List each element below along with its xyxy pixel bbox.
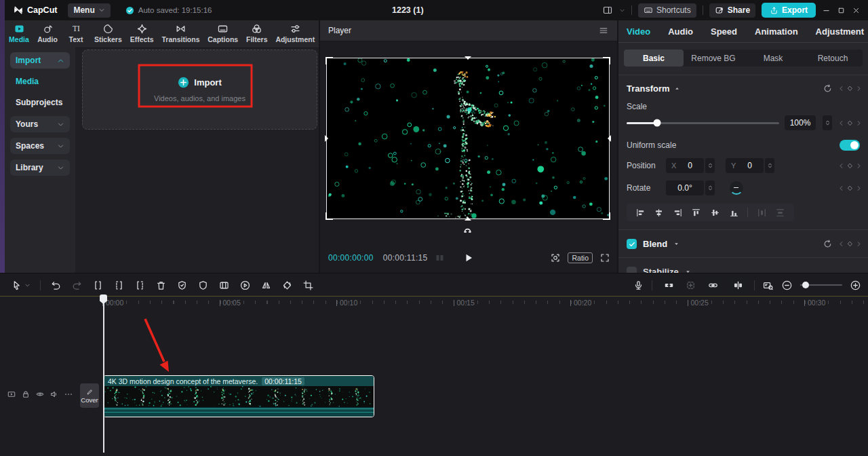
reset-icon[interactable] xyxy=(823,239,833,249)
tab-animation[interactable]: Animation xyxy=(755,26,798,37)
align-top-icon[interactable] xyxy=(691,208,701,218)
frame-step-icon[interactable] xyxy=(435,252,446,263)
rotate-button[interactable] xyxy=(281,280,293,291)
tab-transitions[interactable]: Transitions xyxy=(158,23,204,43)
prev-keyframe-icon[interactable] xyxy=(837,240,845,248)
selection-handle-bottom[interactable] xyxy=(465,217,471,221)
tab-effects[interactable]: Effects xyxy=(126,23,158,43)
keyframe-icon[interactable] xyxy=(846,119,854,127)
scale-value[interactable]: 100% xyxy=(785,115,816,130)
focus-icon[interactable] xyxy=(550,252,561,263)
selection-handle-tr[interactable] xyxy=(603,57,610,64)
subtab-retouch[interactable]: Retouch xyxy=(803,50,863,66)
next-keyframe-icon[interactable] xyxy=(855,185,863,192)
timeline-ruler[interactable] xyxy=(103,301,868,304)
menu-button[interactable]: Menu xyxy=(68,3,110,18)
player-menu-icon[interactable] xyxy=(598,25,609,36)
selection-handle-tl[interactable] xyxy=(326,57,333,64)
sidebar-item-subprojects[interactable]: Subprojects xyxy=(10,95,70,110)
minimize-button[interactable] xyxy=(822,6,831,15)
lock-track-icon[interactable] xyxy=(21,390,31,399)
tab-adjustment[interactable]: Adjustment xyxy=(271,23,319,43)
tab-audio[interactable]: Audio xyxy=(668,26,693,37)
transform-section-header[interactable]: Transform xyxy=(618,75,868,94)
video-preview[interactable] xyxy=(327,58,609,218)
tab-filters[interactable]: Filters xyxy=(242,23,271,43)
subtab-mask[interactable]: Mask xyxy=(743,50,803,66)
delete-right-button[interactable] xyxy=(134,280,146,291)
prev-keyframe-icon[interactable] xyxy=(837,185,845,192)
import-button[interactable]: Import xyxy=(178,77,221,88)
timeline-zoom-knob[interactable] xyxy=(802,282,809,288)
position-y-field[interactable]: Y 0 xyxy=(726,158,764,173)
stabilize-checkbox[interactable] xyxy=(627,267,637,273)
video-clip[interactable]: 4K 3D motion design concept of the metav… xyxy=(103,375,374,417)
share-button[interactable]: Share xyxy=(709,3,755,18)
sidebar-item-yours[interactable]: Yours xyxy=(10,116,70,132)
mute-track-icon[interactable] xyxy=(50,390,59,399)
keyframe-icon[interactable] xyxy=(846,185,854,192)
align-right-icon[interactable] xyxy=(673,208,683,218)
blend-checkbox[interactable] xyxy=(627,239,637,249)
scale-slider-knob[interactable] xyxy=(654,119,661,127)
rotate-stepper[interactable] xyxy=(705,180,715,195)
sidebar-item-import[interactable]: Import xyxy=(10,52,70,69)
rotate-field[interactable]: 0.0° xyxy=(666,180,704,195)
blend-section-header[interactable]: Blend xyxy=(618,230,868,249)
prev-keyframe-icon[interactable] xyxy=(837,162,845,170)
magnetic-snap-button[interactable] xyxy=(660,278,677,292)
split-button[interactable] xyxy=(92,280,104,291)
tab-audio[interactable]: Audio xyxy=(33,23,62,43)
next-keyframe-icon[interactable] xyxy=(855,162,863,170)
keyframe-icon[interactable] xyxy=(846,240,854,248)
position-y-stepper[interactable] xyxy=(765,158,774,173)
position-x-field[interactable]: X 0 xyxy=(666,158,704,173)
panel-layout-icon[interactable] xyxy=(602,5,613,16)
prev-keyframe-icon[interactable] xyxy=(837,85,845,92)
preview-frame-icon[interactable] xyxy=(762,280,774,291)
toggle-visibility-icon[interactable] xyxy=(35,390,45,399)
mask-button[interactable] xyxy=(197,280,209,291)
prev-keyframe-icon[interactable] xyxy=(837,119,845,127)
fullscreen-icon[interactable] xyxy=(599,252,610,263)
import-dropzone[interactable]: Import Videos, audios, and images xyxy=(82,50,317,130)
rotate-dial[interactable] xyxy=(730,181,743,195)
tab-stickers[interactable]: Stickers xyxy=(90,23,126,43)
stabilize-section-header[interactable]: Stabilize xyxy=(618,258,868,273)
voiceover-icon[interactable] xyxy=(633,280,644,291)
split-preview-button[interactable] xyxy=(729,278,747,292)
zoom-in-icon[interactable] xyxy=(850,280,861,291)
keyframe-icon[interactable] xyxy=(846,162,854,170)
zoom-out-icon[interactable] xyxy=(781,280,793,291)
layout-chevron-icon[interactable] xyxy=(619,7,625,14)
align-bottom-icon[interactable] xyxy=(729,208,739,218)
freeze-button[interactable] xyxy=(176,280,188,291)
ratio-button[interactable]: Ratio xyxy=(568,252,593,263)
track-more-icon[interactable] xyxy=(64,390,73,399)
keyframe-icon[interactable] xyxy=(846,85,854,92)
delete-button[interactable] xyxy=(155,280,167,291)
play-button[interactable] xyxy=(463,252,474,263)
mirror-button[interactable] xyxy=(260,280,272,291)
playhead-line[interactable] xyxy=(103,302,104,453)
rotate-handle-icon[interactable] xyxy=(462,225,473,233)
scale-stepper[interactable] xyxy=(823,115,832,130)
crop-button[interactable] xyxy=(302,280,314,291)
uniform-scale-toggle[interactable] xyxy=(840,140,860,151)
overlay-button[interactable] xyxy=(218,280,230,291)
tab-speed[interactable]: Speed xyxy=(711,26,737,37)
select-tool[interactable] xyxy=(11,280,31,291)
export-button[interactable]: Export xyxy=(762,3,816,18)
tab-video[interactable]: Video xyxy=(627,26,650,37)
tab-media[interactable]: Media xyxy=(5,23,33,43)
align-center-vertical-icon[interactable] xyxy=(710,208,720,218)
selection-handle-bl[interactable] xyxy=(326,212,333,220)
selection-handle-top[interactable] xyxy=(465,56,471,60)
sidebar-item-library[interactable]: Library xyxy=(10,159,70,176)
selection-handle-br[interactable] xyxy=(603,212,610,220)
subtab-basic[interactable]: Basic xyxy=(624,50,684,66)
cover-button[interactable]: Cover xyxy=(80,383,99,408)
scale-slider[interactable] xyxy=(627,122,779,124)
position-x-stepper[interactable] xyxy=(705,158,715,173)
delete-left-button[interactable] xyxy=(113,280,125,291)
